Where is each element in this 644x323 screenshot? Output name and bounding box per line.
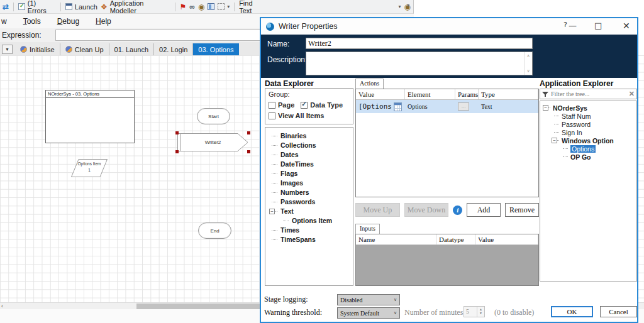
move-up-button[interactable]: Move Up [355, 203, 400, 217]
scroll-left-icon[interactable]: ‹ [1, 303, 3, 309]
clear-filter-icon[interactable]: ✕ [629, 90, 635, 98]
data-type-checkbox[interactable]: Data Type [301, 101, 343, 109]
tree-item-options[interactable]: Options [562, 145, 636, 153]
region-select-button[interactable]: ▾ [218, 3, 230, 10]
spinner-arrows[interactable]: ▲▼ [477, 307, 484, 317]
errors-button[interactable]: (1) Errors [18, 0, 56, 14]
actions-tab[interactable]: Actions [355, 79, 384, 89]
tree-item-collections[interactable]: Collections [270, 141, 353, 150]
tree-item-dates[interactable]: Dates [270, 150, 353, 160]
tree-item-text[interactable]: − Text [270, 207, 353, 216]
view-all-items-checkbox[interactable]: View All Items [269, 112, 350, 119]
selection-handle[interactable] [175, 150, 179, 153]
tree-item-staff-num[interactable]: Staff Num [553, 112, 636, 120]
tree-item-binaries[interactable]: Binaries [270, 131, 353, 141]
collapse-icon[interactable]: − [543, 105, 548, 111]
tab-initialise[interactable]: Initialise [15, 43, 60, 55]
menu-view[interactable]: w [1, 17, 7, 26]
group-label: Group: [269, 90, 350, 98]
minimize-button[interactable]: — [569, 21, 577, 30]
tree-item-times[interactable]: Times [270, 226, 353, 235]
spinner-down-icon[interactable]: ▼ [479, 312, 482, 315]
ok-button[interactable]: OK [551, 306, 593, 317]
toolbar-overflow-icon[interactable]: ▾ [407, 3, 409, 8]
remove-button[interactable]: Remove [505, 203, 539, 217]
checkbox-icon [301, 102, 308, 109]
minutes-spinner[interactable]: 5 ▲▼ [464, 306, 485, 317]
tab-03-options[interactable]: 03. Options [193, 43, 238, 55]
selection-handle[interactable] [175, 131, 179, 134]
launch-button[interactable]: Launch [65, 3, 97, 11]
menu-help[interactable]: Help [96, 17, 111, 26]
tree-item-windows-option[interactable]: − Windows Option [553, 137, 636, 145]
expression-label: Expression: [2, 31, 42, 40]
dialog-titlebar[interactable]: Writer Properties ? — □ ✕ [261, 18, 637, 35]
description-scrollbar[interactable]: ∧ ∨ [524, 52, 532, 75]
tree-item-op-go[interactable]: OP Go [562, 153, 636, 161]
tree-item-options-item[interactable]: Options Item [270, 216, 353, 226]
chevron-down-icon: ∨ [394, 297, 397, 302]
tab-cleanup[interactable]: Clean Up [60, 43, 109, 55]
breakpoint-flag-icon[interactable]: ⚑ [180, 3, 187, 11]
params-button[interactable]: ... [458, 102, 469, 111]
help-button[interactable]: ? [564, 21, 567, 29]
close-button[interactable]: ✕ [623, 21, 630, 31]
application-explorer-heading: Application Explorer [540, 79, 613, 88]
expression-editor-icon[interactable] [394, 102, 402, 111]
move-down-button[interactable]: Move Down [404, 203, 449, 217]
add-button[interactable]: Add [467, 203, 501, 217]
inputs-tab[interactable]: Inputs [355, 224, 380, 234]
writer-stage[interactable]: Writer2 [175, 131, 250, 153]
writer-properties-icon [266, 23, 274, 31]
page-checkbox[interactable]: Page [269, 101, 294, 109]
scroll-up-icon[interactable]: ∧ [526, 53, 530, 58]
tree-item-images[interactable]: Images [270, 178, 353, 188]
scrollbar-thumb[interactable] [136, 304, 260, 309]
group-box: Group: Page Data Type View All Items [265, 88, 353, 124]
page-info-box[interactable]: NOrderSys - 03. Options [45, 90, 135, 143]
description-input[interactable]: ∧ ∨ [306, 52, 533, 75]
tree-item-passwords[interactable]: Passwords [270, 197, 353, 207]
tab-01-launch[interactable]: 01. Launch [109, 43, 154, 55]
start-stage[interactable]: Start [197, 108, 230, 124]
tab-02-login[interactable]: 02. Login [154, 43, 193, 55]
name-input[interactable] [306, 38, 533, 49]
inputs-table[interactable]: Name Datatype Value [355, 234, 539, 286]
tree-item-numbers[interactable]: Numbers [270, 188, 353, 197]
refresh-icon[interactable]: ⇄ [3, 3, 9, 11]
stage-logging-dropdown[interactable]: Disabled ∨ [337, 294, 400, 305]
end-stage[interactable]: End [198, 222, 231, 239]
find-text-combobox[interactable]: ▾ [269, 2, 401, 12]
actions-table[interactable]: Value Element Params Type [Options Optio… [355, 89, 539, 197]
tree-item-datetimes[interactable]: DateTimes [270, 160, 353, 169]
application-modeller-button[interactable]: ❖ Application Modeller [101, 0, 170, 14]
selection-handle[interactable] [247, 150, 250, 153]
menu-tools[interactable]: Tools [23, 17, 41, 26]
filter-tree-input[interactable] [551, 90, 626, 97]
cancel-button[interactable]: Cancel [600, 306, 637, 317]
tree-item-password[interactable]: Password [553, 121, 636, 128]
tab-label: 02. Login [159, 46, 187, 53]
tree-item-nordersys[interactable]: − NOrderSys [544, 104, 636, 112]
tree-item-sign-in[interactable]: Sign In [553, 129, 636, 136]
tab-list-dropdown[interactable]: ▼ [2, 45, 13, 54]
actions-row[interactable]: [Options Options ... Text [356, 100, 538, 113]
maximize-button[interactable]: □ [594, 21, 602, 30]
selection-handle[interactable] [247, 131, 250, 134]
chevron-down-icon: ▾ [227, 4, 230, 9]
search-icon[interactable]: ◉ [198, 3, 204, 11]
watch-icon[interactable]: ∞ [189, 3, 195, 11]
tree-item-timespans[interactable]: TimeSpans [270, 235, 353, 244]
tab-label: Clean Up [75, 46, 104, 53]
info-icon[interactable]: i [453, 205, 462, 215]
collapse-icon[interactable]: − [552, 138, 557, 143]
tree-item-flags[interactable]: Flags [270, 169, 353, 178]
warning-threshold-dropdown[interactable]: System Default ∨ [337, 307, 400, 319]
inputs-empty-area [356, 245, 538, 285]
menu-debug[interactable]: Debug [57, 17, 79, 26]
column-params: Params [455, 89, 479, 99]
scroll-down-icon[interactable]: ∨ [526, 68, 530, 74]
data-item-stage[interactable]: Options Item 1 [71, 159, 108, 177]
collapse-icon[interactable]: − [269, 209, 275, 214]
window-icon[interactable] [208, 3, 214, 10]
